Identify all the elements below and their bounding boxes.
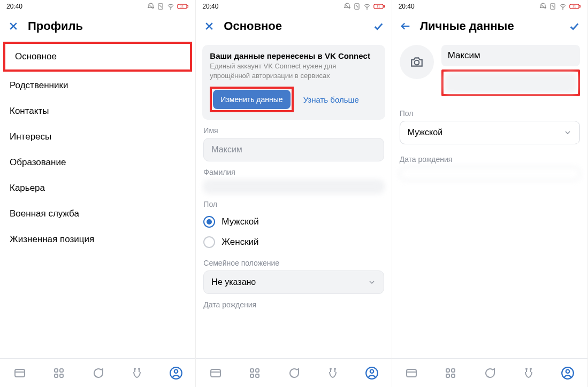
svg-rect-24 — [384, 5, 385, 7]
dnd-icon — [343, 3, 351, 10]
battery-icon: 11 — [373, 3, 385, 10]
nav-messages-icon[interactable] — [91, 366, 105, 380]
surname-block: Фамилия — [203, 168, 384, 194]
nav-services-icon[interactable] — [248, 366, 262, 380]
status-bar: 20:40 11 — [196, 0, 391, 13]
content: Максим Пол Мужской Дата рождения — [392, 41, 587, 387]
svg-rect-5 — [187, 5, 188, 7]
svg-line-2 — [159, 5, 162, 7]
nav-clips-icon[interactable] — [326, 366, 340, 380]
svg-point-41 — [562, 9, 563, 9]
back-icon[interactable] — [400, 20, 411, 32]
sim-icon — [157, 3, 164, 10]
surname-input[interactable] — [203, 180, 384, 194]
close-icon[interactable] — [7, 20, 19, 32]
nav-clips-icon[interactable] — [522, 366, 536, 380]
nav-services-icon[interactable] — [52, 366, 66, 380]
svg-rect-33 — [256, 374, 259, 377]
status-icons: 11 — [147, 3, 189, 10]
notice-subtitle: Единый аккаунт VK Connect нужен для упро… — [210, 61, 377, 80]
svg-point-54 — [530, 368, 531, 369]
svg-rect-28 — [211, 369, 220, 377]
gender-select[interactable]: Мужской — [400, 121, 580, 144]
learn-more-link[interactable]: Узнать больше — [303, 95, 359, 104]
svg-rect-47 — [407, 369, 416, 377]
dnd-icon — [147, 3, 155, 10]
wifi-icon — [363, 3, 371, 10]
nav-messages-icon[interactable] — [483, 366, 497, 380]
nav-profile-icon[interactable] — [365, 366, 379, 380]
status-time: 20:40 — [399, 3, 415, 10]
svg-point-46 — [414, 60, 419, 65]
svg-point-35 — [334, 368, 335, 369]
chevron-down-icon — [563, 128, 572, 137]
status-icons: 11 — [539, 3, 581, 10]
marital-label: Семейное положение — [203, 259, 384, 267]
confirm-icon[interactable] — [372, 20, 384, 32]
menu-item-interests[interactable]: Интересы — [0, 124, 195, 150]
radio-male[interactable]: Мужской — [203, 212, 384, 232]
menu-item-education[interactable]: Образование — [0, 150, 195, 175]
birth-block: Дата рождения — [203, 300, 384, 309]
nav-feed-icon[interactable] — [13, 366, 27, 380]
first-name-input[interactable]: Максим — [441, 45, 580, 66]
svg-line-38 — [540, 4, 545, 9]
battery-icon: 11 — [177, 3, 189, 10]
menu-item-contacts[interactable]: Контакты — [0, 98, 195, 124]
nav-services-icon[interactable] — [444, 366, 457, 380]
birth-input[interactable] — [400, 167, 580, 181]
avatar-row: Максим — [392, 41, 587, 96]
nav-profile-icon[interactable] — [169, 366, 183, 380]
status-time: 20:40 — [202, 3, 218, 10]
nav-feed-icon[interactable] — [209, 366, 223, 380]
header: Основное — [196, 13, 391, 41]
gender-value: Мужской — [408, 128, 442, 137]
menu-item-career[interactable]: Карьера — [0, 175, 195, 201]
nav-clips-icon[interactable] — [130, 366, 144, 380]
close-icon[interactable] — [203, 20, 215, 32]
panel-main-edit: 20:40 11 Основное Ваши данные перенесены… — [196, 0, 392, 387]
gender-label: Пол — [203, 200, 384, 208]
radio-selected-icon — [203, 216, 215, 228]
birth-label: Дата рождения — [400, 155, 580, 164]
nav-feed-icon[interactable] — [404, 366, 418, 380]
bottom-nav — [0, 358, 195, 387]
edit-data-button[interactable]: Изменить данные — [213, 90, 290, 109]
page-title: Личные данные — [420, 19, 560, 33]
svg-rect-11 — [55, 369, 58, 372]
confirm-icon[interactable] — [568, 20, 580, 32]
marital-select[interactable]: Не указано — [203, 270, 384, 294]
vk-connect-notice: Ваши данные перенесены в VK Connect Един… — [202, 45, 385, 120]
first-name-label: Имя — [203, 126, 384, 135]
menu-item-relatives[interactable]: Родственники — [0, 73, 195, 98]
header: Личные данные — [392, 13, 587, 41]
wifi-icon — [559, 3, 567, 10]
status-time: 20:40 — [6, 3, 22, 10]
highlight-edit-data: Изменить данные — [210, 87, 293, 112]
sim-icon — [353, 3, 361, 10]
menu-item-position[interactable]: Жизненная позиция — [0, 227, 195, 252]
svg-rect-43 — [579, 5, 581, 7]
svg-rect-13 — [55, 374, 58, 377]
status-bar: 20:40 11 — [0, 0, 195, 13]
svg-line-19 — [345, 4, 349, 9]
radio-female[interactable]: Женский — [203, 232, 384, 252]
nav-profile-icon[interactable] — [561, 366, 575, 380]
menu-item-main[interactable]: Основное — [3, 42, 192, 72]
surname-input[interactable] — [445, 73, 577, 93]
menu-item-military[interactable]: Военная служба — [0, 201, 195, 227]
svg-rect-31 — [256, 369, 259, 372]
surname-label: Фамилия — [203, 168, 384, 176]
birth-label: Дата рождения — [203, 300, 384, 309]
first-name-input[interactable]: Максим — [203, 138, 384, 161]
svg-rect-49 — [446, 369, 449, 372]
svg-text:11: 11 — [376, 4, 380, 8]
svg-point-56 — [566, 369, 570, 373]
radio-female-label: Женский — [222, 237, 258, 247]
svg-point-22 — [366, 9, 367, 9]
panel-personal-data: 20:40 11 Личные данные Максим — [392, 0, 588, 387]
nav-messages-icon[interactable] — [287, 366, 301, 380]
page-title: Основное — [224, 19, 363, 33]
avatar-upload[interactable] — [400, 45, 434, 79]
svg-rect-50 — [452, 369, 455, 372]
